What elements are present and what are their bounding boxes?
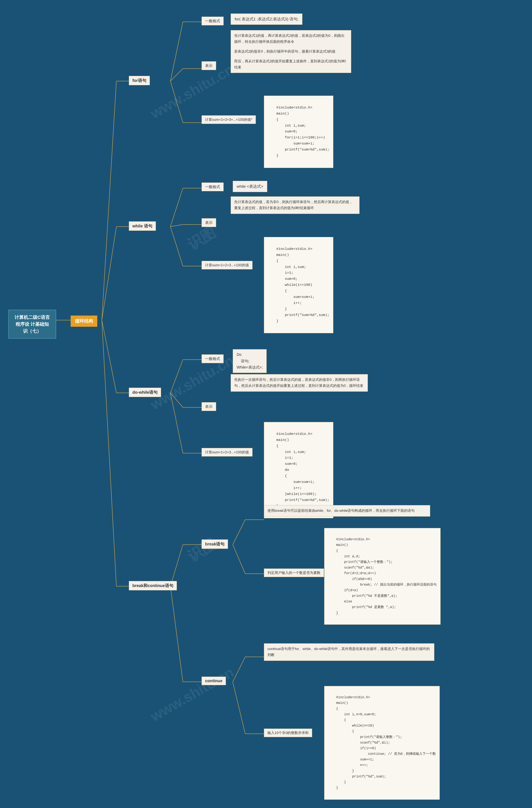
svg-line-17: [170, 224, 183, 226]
for-example-code: #include<stdio.h> main() { int i,sum; su…: [264, 96, 333, 168]
watermark-5: www.shitu.cn: [148, 664, 237, 725]
breakcontinue-label: break和continue语句: [129, 581, 177, 590]
root-label: 计算机二级C语言程序设 计基础知识（七）: [15, 315, 50, 334]
svg-line-23: [170, 393, 183, 407]
for-general-content: for( 表达式1 ;表达式2;表达式3) 语句;: [231, 14, 302, 25]
svg-line-21: [170, 360, 183, 393]
svg-line-9: [170, 22, 183, 81]
svg-line-31: [233, 520, 245, 545]
for-label: for语句: [129, 76, 150, 85]
continue-example-code: #include<stdio.h> main() { int i,n=0,sum…: [324, 686, 440, 800]
svg-line-29: [170, 586, 183, 682]
for-explain-content: 先计算表达式1的值，再计算表达式2的值，若表达式2的值为0，则跳出循环，转去执行…: [231, 30, 351, 73]
break-example-code: #include<stdio.h> main() { int a,d; prin…: [324, 528, 441, 625]
break-example-label: 判定用户输入的一个数是否为素数: [264, 569, 324, 577]
dowhile-explain-label: 表示: [202, 402, 216, 411]
root-node: 计算机二级C语言程序设 计基础知识（七）: [8, 310, 56, 338]
dowhile-general-label: 一般格式: [202, 354, 224, 363]
watermark-4: 识图: [184, 534, 219, 566]
svg-line-33: [233, 545, 245, 574]
for-general-label: 一般格式: [202, 17, 224, 25]
for-explain-label: 表示: [202, 61, 216, 70]
watermark-1: www.shitu.cn: [148, 61, 237, 122]
continue-example-label: 输入10个非0的整数并求和: [264, 729, 312, 737]
while-explain-label: 表示: [202, 218, 216, 227]
break-label: break语句: [202, 539, 228, 549]
watermark-2: 识图: [184, 223, 219, 254]
svg-line-11: [170, 69, 183, 81]
central-label: 循环结构: [75, 318, 93, 324]
svg-line-1: [102, 81, 116, 320]
dowhile-example-code: #include<stdio.h> main() { int i,sum; i=…: [264, 422, 333, 518]
svg-line-25: [170, 393, 183, 453]
while-example-code: #include<stdio.h> main() { int i,sum; i=…: [264, 237, 333, 333]
while-label: while 语句: [129, 221, 156, 231]
svg-line-13: [170, 81, 183, 123]
svg-line-5: [102, 320, 116, 393]
svg-line-19: [170, 226, 183, 266]
while-general-label: 一般格式: [202, 183, 224, 191]
svg-line-37: [233, 682, 245, 734]
continue-label: continue: [202, 677, 226, 685]
continue-intro: continue语句用于for、while、do-while语句中，其作用是结束…: [264, 643, 434, 661]
svg-line-3: [102, 226, 116, 320]
dowhile-explain-content: 先执行一次循环语句，然后计算表达式的值，若表达式的值非0，则再执行循环语句，然后…: [231, 374, 368, 392]
while-general-content: while <表达式>: [233, 181, 267, 192]
mind-map-container: 计算机二级C语言程序设 计基础知识（七） 循环结构 for语句 一般格式 for…: [0, 0, 532, 808]
dowhile-general-content: Do 语句;While<表达式>;: [233, 349, 267, 373]
svg-line-27: [170, 545, 183, 586]
svg-line-7: [102, 320, 116, 586]
break-intro: 使用break语句可以提前结束由while、for、do-while语句构成的循…: [264, 505, 430, 517]
central-node: 循环结构: [71, 315, 97, 327]
while-example-label: 计算sum=1+2+3...+100的值: [202, 261, 253, 270]
svg-line-15: [170, 188, 183, 226]
svg-line-35: [233, 657, 245, 682]
while-explain-content: 先计算表达式的值，若为非0，则执行循环体语句，然后再计算表达式的值，重复上述过程…: [231, 197, 360, 214]
dowhile-example-label: 计算sum=1+2+3...+100的值: [202, 448, 253, 457]
for-example-label: 计算sum=1+2+3+...+100的值*: [202, 115, 256, 124]
dowhile-label: do-while语句: [129, 388, 161, 397]
